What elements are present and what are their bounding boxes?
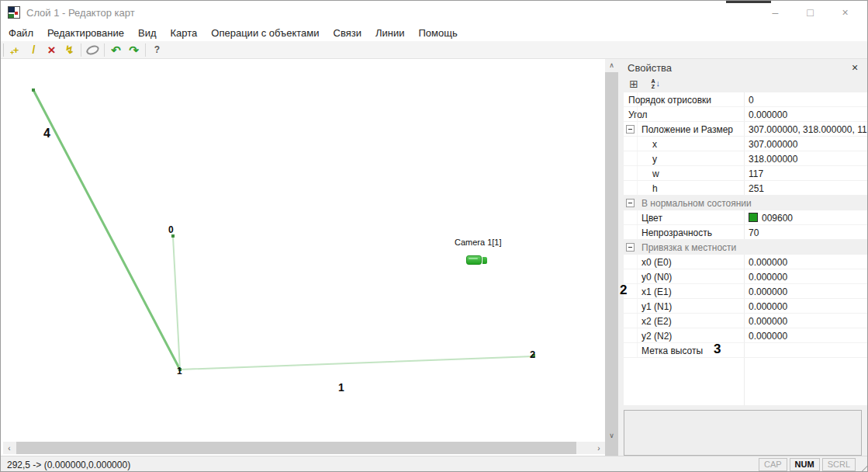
property-row[interactable]: Привязка к местности [624, 240, 868, 255]
sort-letter-z: Z [652, 84, 655, 89]
map-vertex-dot[interactable] [32, 88, 35, 92]
close-icon[interactable]: × [848, 61, 862, 75]
property-value[interactable]: 307.000000, 318.000000, 11... [744, 122, 868, 136]
undo-button[interactable]: ↶ [107, 42, 125, 57]
window-controls: –□× [758, 1, 863, 24]
property-value[interactable]: 009600 [744, 210, 868, 224]
app-icon-part [9, 14, 14, 18]
property-row[interactable]: y1 (N1)0.000000 [624, 299, 868, 314]
property-row[interactable]: Цвет009600 [624, 210, 868, 225]
property-row[interactable]: x0 (E0)0.000000 [624, 255, 868, 269]
property-label: Цвет [641, 213, 662, 224]
property-label: w [652, 168, 659, 179]
grid-column-divider [744, 358, 745, 405]
property-label: x [652, 139, 657, 150]
app-icon-part [9, 7, 15, 12]
alphabetical-sort-button[interactable]: A Z ↓ [646, 78, 660, 91]
property-label: Привязка к местности [641, 242, 736, 253]
menu-item-object-operations[interactable]: Операции с объектами [204, 27, 326, 39]
collapse-icon[interactable] [626, 199, 635, 207]
property-value[interactable] [744, 343, 868, 357]
property-label: y2 (N2) [641, 331, 672, 342]
status-bar: 292,5 -> (0.000000,0.000000) CAPNUMSCRL [1, 456, 868, 472]
map-line-4[interactable] [33, 90, 180, 370]
edit-nodes-button[interactable]: ↯ [61, 42, 78, 57]
property-value[interactable]: 117 [744, 166, 868, 180]
categorized-view-button[interactable]: ⊞ [627, 78, 641, 91]
property-row[interactable]: Положение и Размер307.000000, 318.000000… [624, 122, 868, 137]
help-button[interactable]: ? [148, 42, 166, 57]
maximize-button[interactable]: □ [793, 1, 828, 24]
property-row[interactable]: x2 (E2)0.000000 [624, 314, 868, 328]
keyboard-lock-indicators: CAPNUMSCRL [759, 458, 856, 471]
draw-line-button[interactable]: / [25, 42, 43, 57]
menu-item-file[interactable]: Файл [2, 27, 40, 39]
collapse-icon[interactable] [626, 243, 635, 252]
scroll-down-icon[interactable]: ∨ [605, 429, 618, 442]
canvas[interactable]: 40112Camera 1[1] [3, 59, 605, 442]
property-value[interactable]: 0.000000 [744, 284, 868, 298]
property-value[interactable]: 0.000000 [744, 299, 868, 313]
menu-item-map[interactable]: Карта [164, 27, 205, 39]
menu-item-view[interactable]: Вид [131, 27, 164, 39]
collapse-icon[interactable] [626, 125, 635, 134]
maximize-icon: □ [807, 7, 813, 18]
properties-grid: Порядок отрисовки0Угол0.000000Положение … [624, 92, 868, 405]
property-row[interactable]: y318.000000 [624, 151, 868, 166]
map-line-0[interactable] [173, 237, 180, 370]
vertical-scrollbar[interactable]: ∧ ∨ [605, 59, 618, 442]
vertical-scroll-thumb[interactable] [605, 72, 618, 472]
horizontal-scroll-thumb[interactable] [16, 442, 576, 454]
menu-item-edit[interactable]: Редактирование [40, 27, 131, 39]
property-row[interactable]: y2 (N2)0.000000 [624, 328, 868, 343]
property-value[interactable]: 70 [744, 225, 868, 239]
minimize-icon: – [773, 7, 779, 18]
property-value[interactable]: 0.000000 [744, 328, 868, 342]
property-value[interactable]: 307.000000 [744, 137, 868, 151]
minus-shape [628, 203, 632, 203]
property-row[interactable]: x1 (E1)0.000000 [624, 284, 868, 299]
property-row[interactable]: Порядок отрисовки0 [624, 92, 868, 107]
delete-button[interactable]: × [43, 42, 61, 57]
property-value[interactable]: 0.000000 [744, 255, 868, 269]
resize-grip[interactable] [858, 462, 868, 472]
properties-panel-toolbar: ⊞ A Z ↓ [627, 77, 660, 91]
property-row[interactable]: В нормальном состоянии [624, 196, 868, 210]
property-row[interactable]: Угол0.000000 [624, 107, 868, 122]
horizontal-scrollbar[interactable]: ‹ › [3, 442, 605, 454]
redo-button[interactable]: ↷ [125, 42, 143, 57]
property-row[interactable]: w117 [624, 166, 868, 181]
menu-item-links[interactable]: Связи [327, 27, 368, 39]
map-editor-window: Слой 1 - Редактор карт –□× ФайлРедактиро… [0, 0, 868, 472]
map-label: 0 [168, 225, 174, 234]
grid-empty-area [624, 358, 868, 405]
property-label: h [652, 183, 658, 194]
scroll-left-icon[interactable]: ‹ [3, 442, 16, 454]
map-line-1[interactable] [180, 356, 534, 370]
property-value[interactable]: 251 [744, 181, 868, 195]
properties-panel-title: Свойства [628, 62, 672, 74]
scroll-up-icon[interactable]: ∧ [605, 59, 618, 71]
property-description-box [624, 410, 862, 456]
toolbar-separator [145, 43, 146, 57]
property-value[interactable]: 0.000000 [744, 269, 868, 283]
map-label: 1 [338, 382, 344, 393]
property-row[interactable]: y0 (N0)0.000000 [624, 269, 868, 284]
menu-item-help[interactable]: Помощь [411, 27, 464, 39]
camera-object[interactable] [466, 255, 488, 266]
property-value[interactable]: 318.000000 [744, 151, 868, 165]
property-value[interactable]: 0.000000 [744, 107, 868, 121]
property-row[interactable]: Непрозрачность70 [624, 225, 868, 240]
property-value[interactable]: 0.000000 [744, 314, 868, 328]
minimize-button[interactable]: – [758, 1, 793, 24]
property-row[interactable]: x307.000000 [624, 137, 868, 151]
scroll-right-icon[interactable]: › [593, 442, 605, 454]
menu-item-lines[interactable]: Линии [368, 27, 412, 39]
menu-bar: ФайлРедактированиеВидКартаОперации с объ… [1, 24, 867, 41]
close-button[interactable]: × [828, 1, 863, 24]
property-row[interactable]: Метка высоты [624, 343, 868, 358]
property-row[interactable]: h251 [624, 181, 868, 196]
eraser-button[interactable] [84, 42, 102, 57]
add-node-button[interactable]: ++ [7, 42, 25, 57]
property-value[interactable]: 0 [744, 92, 868, 106]
